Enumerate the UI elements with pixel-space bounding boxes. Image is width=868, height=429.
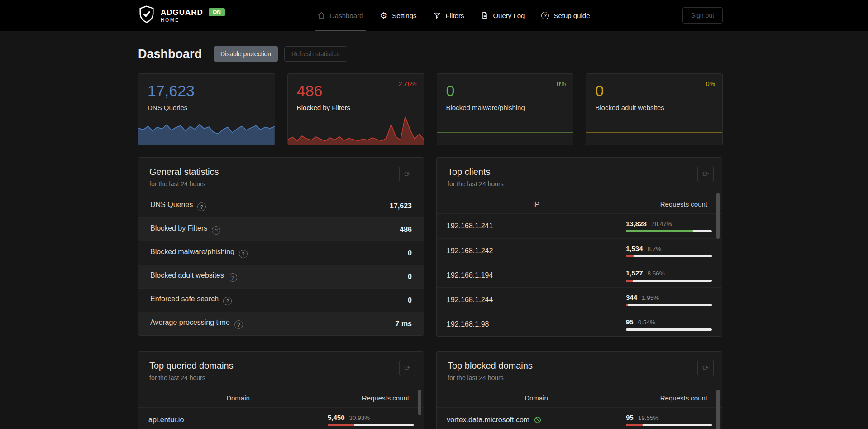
requests-count: 13,828 — [626, 220, 647, 227]
gear-icon — [379, 11, 388, 20]
refresh-icon: ⟳ — [702, 170, 709, 178]
column-header-domain: Domain — [447, 394, 626, 402]
column-header-requests: Requests count — [328, 394, 414, 402]
refresh-statistics-button[interactable]: Refresh statistics — [284, 46, 347, 62]
client-ip: 192.168.1.98 — [447, 320, 626, 328]
refresh-icon: ⟳ — [702, 364, 709, 372]
client-ip: 192.168.1.194 — [447, 271, 626, 280]
shield-logo-icon — [138, 5, 155, 26]
help-icon[interactable] — [223, 297, 232, 305]
top-clients-table: 192.168.1.241 13,828 78.47% 192.168.1.24… — [437, 214, 722, 336]
client-row: 192.168.1.242 1,534 8.7% — [437, 238, 722, 263]
client-ip: 192.168.1.242 — [447, 247, 626, 255]
help-icon[interactable] — [234, 320, 243, 329]
requests-percent: 19.55% — [638, 415, 659, 421]
top-queried-domains-panel: Top queried domains for the last 24 hour… — [138, 351, 424, 429]
top-blocked-domains-panel: Top blocked domains for the last 24 hour… — [436, 351, 722, 429]
percent-change: 0% — [557, 80, 566, 87]
document-icon — [480, 11, 489, 20]
stat-value: 0 — [446, 82, 564, 100]
stat-row: DNS Queries 17,623 — [138, 194, 424, 217]
requests-count: 95 — [626, 318, 634, 326]
nav-item-settings[interactable]: Settings — [379, 0, 416, 31]
blocked-filters-sparkline — [288, 112, 424, 145]
blocked-malware-sparkline — [437, 129, 573, 133]
adguard-logo[interactable]: ADGUARD ON HOME — [138, 5, 225, 26]
scrollbar-thumb[interactable] — [716, 390, 720, 429]
requests-count: 1,534 — [626, 245, 643, 252]
requests-percent: 8.7% — [648, 246, 662, 252]
stat-row: Blocked adult websites 0 — [138, 265, 424, 288]
stat-row-label: DNS Queries — [150, 201, 193, 208]
table-header: Domain Requests count — [437, 388, 722, 408]
dns-queries-card: 17,623 DNS Queries — [138, 73, 275, 145]
stat-value: 0 — [595, 82, 713, 100]
tracker-blocked-icon — [534, 416, 542, 424]
requests-percent: 1.95% — [642, 294, 659, 301]
stat-row: Blocked malware/phishing 0 — [138, 241, 424, 265]
brand-name: ADGUARD — [161, 9, 203, 16]
help-icon[interactable] — [229, 273, 237, 282]
top-blocked-domains-table: vortex.data.microsoft.com 95 19.55% — [437, 408, 722, 429]
stat-row: Blocked by Filters 486 — [138, 217, 424, 241]
domain-row: vortex.data.microsoft.com 95 19.55% — [437, 408, 722, 429]
requests-bar — [626, 328, 712, 331]
question-circle-icon — [541, 11, 549, 20]
blocked-filters-card: 2.76% 486 Blocked by Filters — [287, 73, 424, 145]
help-icon[interactable] — [212, 226, 220, 235]
refresh-icon-button[interactable]: ⟳ — [399, 166, 415, 182]
middle-cards-row: General statistics for the last 24 hours… — [138, 157, 723, 337]
scrollbar-thumb[interactable] — [716, 193, 720, 239]
percent-change: 0% — [706, 80, 715, 87]
stat-row-label: Blocked adult websites — [150, 271, 224, 279]
panel-title: Top blocked domains — [448, 361, 711, 371]
refresh-icon-button[interactable]: ⟳ — [399, 360, 415, 376]
stat-row-value: 0 — [408, 296, 412, 304]
stat-value: 486 — [297, 82, 415, 100]
client-ip: 192.168.1.244 — [447, 296, 626, 304]
bottom-cards-row: Top queried domains for the last 24 hour… — [138, 351, 723, 429]
stat-row-value: 7 ms — [396, 320, 412, 328]
requests-percent: 0.54% — [638, 319, 655, 326]
stat-label: Blocked adult websites — [595, 104, 713, 111]
column-header-requests: Requests count — [626, 394, 712, 402]
domain-row: api.entur.io 5,450 30.93% — [138, 408, 424, 429]
help-icon[interactable] — [197, 202, 206, 211]
nav-item-filters[interactable]: Filters — [433, 0, 464, 31]
refresh-icon-button[interactable]: ⟳ — [697, 166, 714, 182]
sign-out-button[interactable]: Sign out — [682, 7, 723, 24]
stat-row-value: 17,623 — [390, 202, 412, 210]
requests-count: 344 — [626, 294, 637, 301]
nav-label: Query Log — [493, 12, 525, 19]
nav-item-dashboard[interactable]: Dashboard — [317, 0, 363, 31]
client-row: 192.168.1.241 13,828 78.47% — [437, 214, 722, 238]
stat-label: DNS Queries — [148, 104, 266, 111]
stat-row-value: 486 — [400, 226, 412, 234]
panel-subtitle: for the last 24 hours — [149, 180, 413, 188]
home-icon — [317, 11, 326, 20]
help-icon[interactable] — [239, 250, 248, 258]
main-navigation: Dashboard Settings Filters Query Log — [225, 0, 682, 31]
panel-title: General statistics — [149, 167, 413, 177]
stat-row-label: Enforced safe search — [150, 295, 219, 303]
client-row: 192.168.1.98 95 0.54% — [437, 312, 722, 336]
disable-protection-button[interactable]: Disable protection — [214, 46, 278, 62]
requests-percent: 8.66% — [648, 270, 665, 277]
general-statistics-list: DNS Queries 17,623 Blocked by Filters 48… — [138, 194, 424, 335]
requests-bar — [328, 424, 414, 426]
nav-item-query-log[interactable]: Query Log — [480, 0, 525, 31]
blocked-adult-sparkline — [586, 129, 722, 133]
dns-queries-sparkline — [138, 112, 275, 145]
panel-subtitle: for the last 24 hours — [448, 374, 711, 381]
column-header-requests: Requests count — [626, 200, 712, 208]
blocked-by-filters-link[interactable]: Blocked by Filters — [297, 104, 350, 111]
nav-item-setup-guide[interactable]: Setup guide — [541, 0, 590, 31]
scrollbar-thumb[interactable] — [418, 390, 421, 415]
refresh-icon-button[interactable]: ⟳ — [697, 360, 714, 376]
requests-count: 5,450 — [328, 414, 345, 421]
protection-status-badge: ON — [209, 8, 225, 16]
table-header: Domain Requests count — [138, 388, 424, 408]
domain: vortex.data.microsoft.com — [447, 416, 529, 424]
nav-label: Setup guide — [553, 12, 590, 19]
requests-bar — [626, 424, 712, 426]
